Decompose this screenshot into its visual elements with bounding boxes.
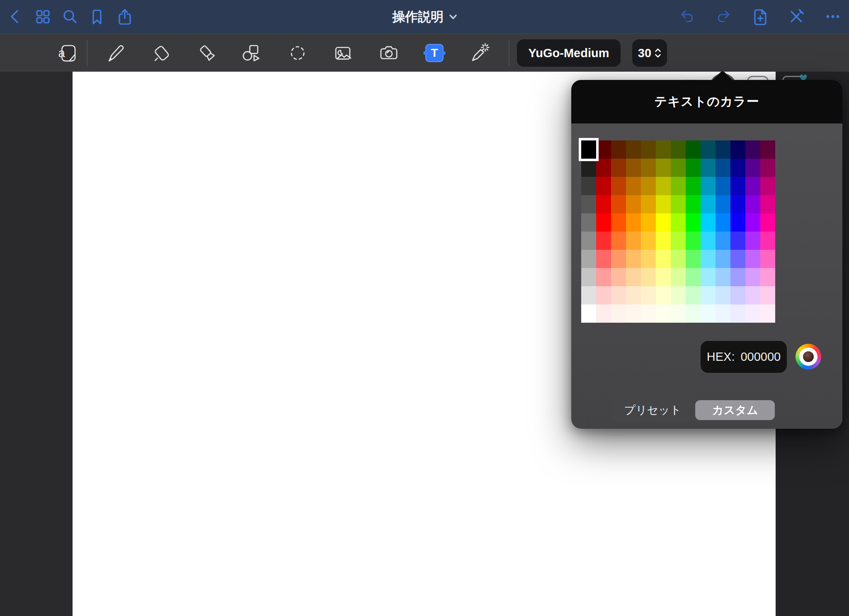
color-swatch[interactable] [671, 159, 686, 177]
color-swatch[interactable] [656, 268, 671, 286]
redo-button[interactable] [712, 5, 735, 28]
color-swatch[interactable] [656, 304, 671, 323]
color-swatch[interactable] [641, 268, 656, 286]
color-swatch[interactable] [596, 177, 611, 195]
color-swatch[interactable] [760, 177, 775, 195]
color-swatch[interactable] [581, 286, 596, 304]
color-swatch[interactable] [686, 286, 701, 304]
font-family-button[interactable]: YuGo-Medium [517, 39, 621, 67]
image-tool[interactable] [332, 41, 354, 65]
color-swatch[interactable] [671, 195, 686, 213]
color-swatch[interactable] [716, 159, 730, 177]
color-swatch[interactable] [596, 232, 611, 250]
color-swatch[interactable] [581, 268, 596, 286]
color-swatch[interactable] [581, 304, 596, 323]
color-swatch[interactable] [745, 159, 760, 177]
color-wheel-button[interactable] [796, 344, 821, 370]
color-swatch[interactable] [626, 268, 641, 286]
color-swatch[interactable] [730, 159, 745, 177]
pen-off-button[interactable] [785, 5, 808, 28]
color-swatch[interactable] [686, 232, 701, 250]
color-swatch[interactable] [611, 268, 626, 286]
color-swatch[interactable] [671, 140, 686, 159]
bookmark-button[interactable] [85, 5, 109, 28]
color-swatch[interactable] [745, 304, 760, 323]
font-size-stepper[interactable]: 30 [632, 39, 667, 67]
color-swatch[interactable] [760, 304, 775, 323]
color-swatch[interactable] [716, 195, 730, 213]
color-swatch[interactable] [596, 268, 611, 286]
color-swatch[interactable] [760, 286, 775, 304]
color-swatch[interactable] [686, 159, 701, 177]
color-swatch[interactable] [656, 177, 671, 195]
color-swatch[interactable] [716, 286, 730, 304]
color-swatch[interactable] [626, 213, 641, 232]
color-swatch[interactable] [760, 140, 775, 159]
color-swatch[interactable] [626, 195, 641, 213]
color-swatch[interactable] [716, 177, 730, 195]
highlighter-tool[interactable] [196, 41, 218, 65]
color-swatch[interactable] [730, 232, 745, 250]
color-swatch[interactable] [626, 250, 641, 268]
color-swatch[interactable] [745, 286, 760, 304]
pages-grid-button[interactable] [31, 5, 54, 28]
color-swatch[interactable] [641, 140, 656, 159]
color-swatch[interactable] [656, 250, 671, 268]
color-swatch[interactable] [686, 177, 701, 195]
color-swatch[interactable] [581, 232, 596, 250]
color-swatch[interactable] [611, 195, 626, 213]
color-swatch[interactable] [701, 195, 716, 213]
color-swatch[interactable] [611, 159, 626, 177]
color-swatch[interactable] [730, 140, 745, 159]
color-swatch[interactable] [611, 140, 626, 159]
color-swatch[interactable] [716, 250, 730, 268]
color-swatch[interactable] [671, 286, 686, 304]
color-swatch[interactable] [641, 250, 656, 268]
color-swatch[interactable] [745, 177, 760, 195]
color-swatch[interactable] [686, 268, 701, 286]
color-swatch[interactable] [730, 195, 745, 213]
color-swatch[interactable] [671, 250, 686, 268]
color-swatch[interactable] [611, 250, 626, 268]
laser-pointer-tool[interactable] [469, 41, 491, 65]
color-swatch[interactable] [701, 213, 716, 232]
color-swatch[interactable] [701, 140, 716, 159]
color-swatch[interactable] [626, 159, 641, 177]
color-swatch[interactable] [760, 268, 775, 286]
color-swatch[interactable] [641, 304, 656, 323]
color-swatch[interactable] [686, 250, 701, 268]
color-swatch[interactable] [716, 140, 730, 159]
color-swatch[interactable] [656, 286, 671, 304]
color-swatch[interactable] [701, 268, 716, 286]
color-swatch[interactable] [626, 140, 641, 159]
color-swatch[interactable] [745, 232, 760, 250]
add-page-button[interactable] [749, 5, 772, 28]
selected-color-cell[interactable] [579, 138, 599, 161]
color-swatch[interactable] [730, 213, 745, 232]
color-swatch[interactable] [730, 250, 745, 268]
color-swatch[interactable] [701, 304, 716, 323]
color-swatch[interactable] [641, 286, 656, 304]
color-swatch[interactable] [641, 159, 656, 177]
color-swatch[interactable] [641, 213, 656, 232]
sidebar-page-tool[interactable]: a [56, 41, 79, 65]
color-swatch[interactable] [701, 286, 716, 304]
color-swatch[interactable] [760, 250, 775, 268]
color-swatch[interactable] [745, 268, 760, 286]
color-swatch[interactable] [611, 286, 626, 304]
color-swatch[interactable] [730, 286, 745, 304]
color-swatch[interactable] [701, 159, 716, 177]
color-swatch[interactable] [745, 213, 760, 232]
color-swatch[interactable] [626, 304, 641, 323]
color-swatch[interactable] [596, 195, 611, 213]
color-swatch[interactable] [686, 304, 701, 323]
eraser-tool[interactable] [150, 41, 173, 65]
color-swatch[interactable] [581, 213, 596, 232]
color-swatch[interactable] [641, 195, 656, 213]
color-swatch[interactable] [760, 232, 775, 250]
color-swatch[interactable] [760, 159, 775, 177]
color-swatch[interactable] [716, 232, 730, 250]
color-swatch[interactable] [626, 286, 641, 304]
back-button[interactable] [4, 5, 27, 28]
color-swatch[interactable] [656, 140, 671, 159]
